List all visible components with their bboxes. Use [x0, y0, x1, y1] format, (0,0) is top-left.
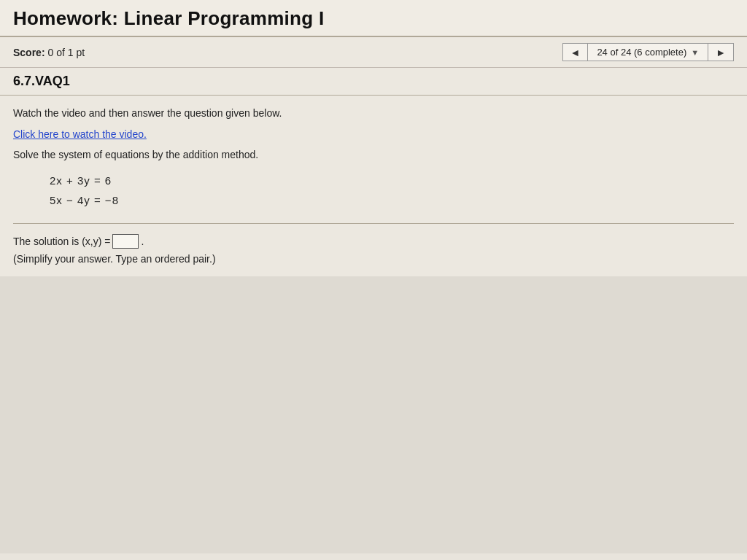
remaining-area: [0, 276, 747, 553]
nav-dropdown-arrow[interactable]: ▼: [691, 48, 699, 57]
question-id-row: 6.7.VAQ1: [0, 68, 747, 96]
answer-prefix: The solution is (x,y) =: [13, 236, 110, 247]
question-content: Watch the video and then answer the ques…: [0, 96, 747, 276]
title-bar: Homework: Linear Programming I: [0, 0, 747, 37]
prev-button[interactable]: ◄: [563, 44, 588, 61]
page-wrapper: Homework: Linear Programming I Score: 0 …: [0, 0, 747, 560]
simplify-text: (Simplify your answer. Type an ordered p…: [13, 253, 734, 265]
instruction-text: Watch the video and then answer the ques…: [13, 107, 734, 119]
equation-2: 5x − 4y = −8: [50, 190, 734, 210]
score-label: Score: 0 of 1 pt: [13, 47, 85, 58]
nav-controls: ◄ 24 of 24 (6 complete) ▼ ►: [562, 43, 734, 61]
answer-row: The solution is (x,y) = .: [13, 234, 734, 249]
next-button[interactable]: ►: [708, 44, 733, 61]
video-link[interactable]: Click here to watch the video.: [13, 128, 147, 140]
nav-info-text: 24 of 24 (6 complete): [597, 47, 686, 58]
equations-block: 2x + 3y = 6 5x − 4y = −8: [50, 171, 734, 210]
answer-period: .: [141, 236, 144, 247]
nav-info: 24 of 24 (6 complete) ▼: [587, 44, 708, 61]
score-value: 0 of 1 pt: [47, 47, 85, 58]
answer-input[interactable]: [112, 234, 139, 249]
page-title: Homework: Linear Programming I: [13, 7, 325, 29]
question-id: 6.7.VAQ1: [13, 74, 70, 88]
equation-1: 2x + 3y = 6: [50, 171, 734, 190]
score-label-bold: Score:: [13, 47, 45, 58]
score-nav-row: Score: 0 of 1 pt ◄ 24 of 24 (6 complete)…: [0, 37, 747, 68]
answer-divider: [13, 223, 734, 224]
solve-instruction: Solve the system of equations by the add…: [13, 149, 734, 160]
